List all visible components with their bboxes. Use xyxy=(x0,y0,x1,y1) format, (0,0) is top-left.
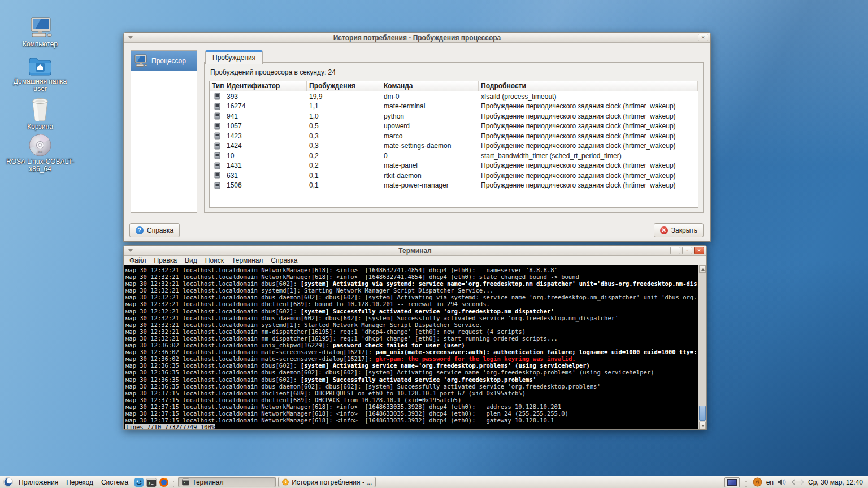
wakeups-summary: Пробуждений процессора в секунду: 24 xyxy=(210,68,698,76)
power-window-title: История потребления - Пробуждения процес… xyxy=(124,34,710,42)
command-cell: dm-0 xyxy=(381,93,479,101)
log-line: мар 30 12:32:21 localhost.localdomain db… xyxy=(125,308,697,315)
tab-wakeups[interactable]: Пробуждения xyxy=(205,50,263,64)
log-line: мар 30 12:32:21 localhost.localdomain Ne… xyxy=(125,273,697,280)
wakeup-row[interactable]: 6310,1rtkit-daemonПробуждение периодичес… xyxy=(210,171,698,181)
log-line: мар 30 12:36:35 localhost.localdomain db… xyxy=(125,376,697,383)
wakeups-cell: 0,5 xyxy=(307,122,381,130)
terminal-scrollbar[interactable] xyxy=(698,265,706,429)
system-tray: en Ср, 30 мар, 12:40 xyxy=(724,477,866,487)
terminal-screen[interactable]: мар 30 12:32:21 localhost.localdomain Ne… xyxy=(124,265,706,429)
notebook: Пробуждения Пробуждений процессора в сек… xyxy=(204,50,704,213)
scrollbar-thumb[interactable] xyxy=(699,406,706,421)
close-window-button[interactable]: ✕ xyxy=(694,247,704,254)
column-header-3[interactable]: Команда xyxy=(381,81,479,91)
id-cell: 1424 xyxy=(224,142,307,150)
terminal-launcher[interactable] xyxy=(146,477,157,488)
panel-menu-переход[interactable]: Переход xyxy=(62,477,97,488)
process-type-icon xyxy=(214,123,220,130)
wakeups-cell: 0,3 xyxy=(307,132,381,140)
log-line: мар 30 12:32:21 localhost.localdomain db… xyxy=(125,280,697,287)
help-icon: ? xyxy=(136,226,144,234)
process-type-icon xyxy=(214,112,220,120)
log-line: мар 30 12:32:21 localhost.localdomain db… xyxy=(125,315,697,321)
type-cell xyxy=(210,93,224,100)
panel-menu-приложения[interactable]: Приложения xyxy=(15,477,62,488)
wakeup-row[interactable]: 15060,1mate-power-managerПробуждение пер… xyxy=(210,181,698,191)
scroll-down-icon[interactable] xyxy=(699,422,706,429)
terminal-titlebar[interactable]: Терминал — ▫ ✕ xyxy=(124,246,706,256)
wakeup-row[interactable]: 162741,1mate-terminalПробуждение периоди… xyxy=(210,102,698,112)
desktop-icon-home-folder[interactable]: Домашняя папка user xyxy=(5,56,76,93)
taskbar-button-terminal[interactable]: Терминал xyxy=(178,477,276,487)
notification-tray-icon[interactable] xyxy=(753,477,762,487)
file-manager-launcher[interactable] xyxy=(133,477,145,488)
terminal-output: мар 30 12:32:21 localhost.localdomain Ne… xyxy=(125,267,697,429)
pager-status-line: lines 7710-7732/7749 100% xyxy=(125,424,697,429)
column-header-4[interactable]: Подробности xyxy=(479,81,698,91)
terminal-menu-файл[interactable]: Файл xyxy=(125,256,150,264)
firefox-icon xyxy=(159,477,169,487)
process-type-icon xyxy=(214,182,220,189)
network-icon[interactable] xyxy=(792,479,804,485)
command-cell: upowerd xyxy=(381,122,479,130)
log-line: мар 30 12:32:21 localhost.localdomain Ne… xyxy=(125,267,697,273)
desktop-icon-dvd[interactable]: dvdROSA Linux-COBALT- x86_64 xyxy=(5,133,76,173)
minimize-button[interactable]: — xyxy=(670,247,680,254)
clock[interactable]: Ср, 30 мар, 12:40 xyxy=(808,478,863,486)
type-cell xyxy=(210,142,224,150)
details-cell: Пробуждение периодического задания clock… xyxy=(479,181,698,189)
power-statistics-window: История потребления - Пробуждения процес… xyxy=(123,32,711,242)
bottom-panel: ПриложенияПереходСистема Тер xyxy=(0,476,868,488)
volume-icon[interactable] xyxy=(778,478,788,486)
close-button[interactable]: ✕ Закрыть xyxy=(654,223,704,237)
wakeup-row[interactable]: 9411,0pythonПробуждение периодического з… xyxy=(210,111,698,121)
taskbar: ТерминалИстория потребления - ... xyxy=(177,477,377,487)
column-header-2[interactable]: Пробуждения xyxy=(307,81,381,91)
wakeups-cell: 19,9 xyxy=(307,93,381,101)
log-line: мар 30 12:36:35 localhost.localdomain db… xyxy=(125,369,697,376)
terminal-menu-терминал[interactable]: Терминал xyxy=(228,256,267,264)
wakeup-row[interactable]: 10570,5upowerdПробуждение периодического… xyxy=(210,121,698,132)
workspace-switcher[interactable] xyxy=(724,477,740,487)
terminal-icon xyxy=(182,478,189,486)
sidebar-item-processor[interactable]: Процессор xyxy=(131,51,197,71)
file-manager-icon xyxy=(134,477,144,487)
close-window-button[interactable]: ✕ xyxy=(698,34,708,41)
help-button[interactable]: ? Справка xyxy=(129,223,180,237)
terminal-menu-правка[interactable]: Правка xyxy=(150,256,181,264)
terminal-menu-поиск[interactable]: Поиск xyxy=(201,256,228,264)
desktop-icon-computer[interactable]: Компьютер xyxy=(5,17,76,48)
id-cell: 631 xyxy=(224,172,307,180)
keyboard-layout-indicator[interactable]: en xyxy=(766,478,774,486)
wakeup-row[interactable]: 39319,9dm-0xfsaild (process_timeout) xyxy=(210,91,698,102)
taskbar-button-power[interactable]: История потребления - ... xyxy=(278,477,376,487)
terminal-menu-справка[interactable]: Справка xyxy=(267,256,301,264)
column-header-1[interactable]: Идентификатор xyxy=(224,81,307,91)
wakeups-table: ТипИдентификаторПробужденияКомандаПодроб… xyxy=(209,81,698,208)
column-header-0[interactable]: Тип xyxy=(210,81,224,91)
wakeup-row[interactable]: 14240,3mate-settings-daemonПробуждение п… xyxy=(210,141,698,151)
log-line: мар 30 12:32:21 localhost.localdomain nm… xyxy=(125,335,697,342)
type-cell xyxy=(210,103,224,110)
wakeup-row[interactable]: 14310,2mate-panelПробуждение периодическ… xyxy=(210,161,698,171)
table-header-row: ТипИдентификаторПробужденияКомандаПодроб… xyxy=(210,81,698,91)
wakeup-row[interactable]: 100,20start_bandwidth_timer (sched_rt_pe… xyxy=(210,151,698,161)
scroll-up-icon[interactable] xyxy=(699,265,706,273)
wakeup-row[interactable]: 14230,3marcoПробуждение периодического з… xyxy=(210,131,698,141)
id-cell: 16274 xyxy=(224,102,307,110)
process-type-icon xyxy=(214,142,220,150)
terminal-menu-вид[interactable]: Вид xyxy=(181,256,201,264)
panel-menu-система[interactable]: Система xyxy=(97,477,132,488)
power-window-titlebar[interactable]: История потребления - Пробуждения процес… xyxy=(124,33,710,43)
maximize-button[interactable]: ▫ xyxy=(682,247,692,254)
firefox-launcher[interactable] xyxy=(158,477,170,488)
details-cell: Пробуждение периодического задания clock… xyxy=(479,122,698,130)
computer-icon xyxy=(27,17,53,40)
desktop-icon-trash[interactable]: Корзина xyxy=(5,97,76,130)
trash-icon xyxy=(29,97,51,122)
rosa-menu-button[interactable] xyxy=(2,477,14,488)
id-cell: 941 xyxy=(224,112,307,120)
log-line: мар 30 12:37:15 localhost.localdomain dh… xyxy=(125,396,697,403)
log-line: мар 30 12:36:02 localhost.localdomain un… xyxy=(125,342,697,348)
